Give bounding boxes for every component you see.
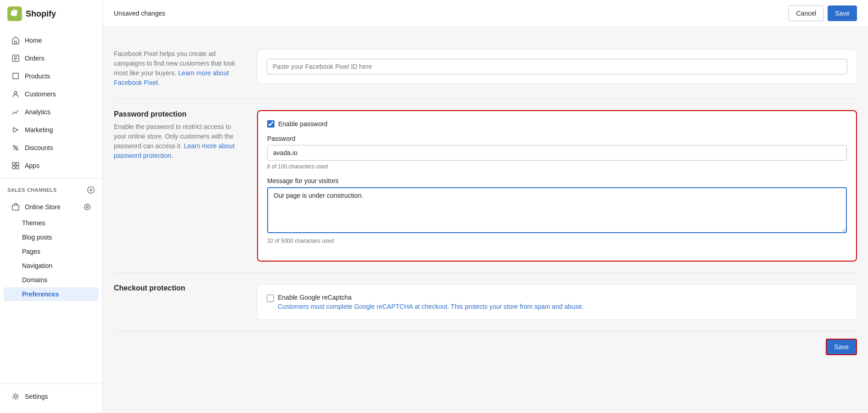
sidebar-item-home[interactable]: Home	[4, 32, 99, 49]
message-char-count: 32 of 5000 characters used	[267, 238, 847, 244]
svg-rect-6	[16, 162, 19, 165]
sidebar-settings-label: Settings	[25, 393, 48, 400]
sidebar-item-analytics-label: Analytics	[25, 108, 50, 116]
online-store-settings-icon[interactable]	[83, 203, 91, 211]
cancel-button[interactable]: Cancel	[788, 6, 824, 21]
enable-password-label[interactable]: Enable password	[278, 120, 327, 128]
sidebar-item-settings[interactable]: Settings	[4, 388, 99, 405]
sidebar-item-online-store[interactable]: Online Store	[4, 198, 99, 216]
password-protection-section: Password protection Enable the password …	[114, 99, 857, 273]
recaptcha-row: Enable Google reCaptcha Customers must c…	[267, 294, 847, 310]
recaptcha-desc: Customers must complete Google reCAPTCHA…	[278, 303, 584, 310]
facebook-pixel-input[interactable]	[267, 59, 847, 74]
facebook-pixel-right	[257, 49, 857, 88]
sidebar-item-products-label: Products	[25, 73, 50, 80]
checkout-protection-title: Checkout protection	[114, 284, 242, 292]
sidebar-item-orders-label: Orders	[25, 55, 45, 62]
sidebar-divider	[0, 178, 102, 179]
checkout-protection-left: Checkout protection	[114, 284, 242, 320]
sidebar-item-blog-posts[interactable]: Blog posts	[4, 230, 99, 244]
facebook-pixel-left: Facebook Pixel helps you create ad campa…	[114, 49, 242, 88]
apps-icon	[11, 161, 20, 170]
sidebar-item-home-label: Home	[25, 37, 42, 44]
enable-password-checkbox[interactable]	[267, 120, 274, 128]
online-store-icon	[11, 202, 20, 212]
logo-area[interactable]: Shopify	[0, 0, 102, 28]
sidebar-item-themes-label: Themes	[22, 219, 45, 227]
checkout-protection-card: Enable Google reCaptcha Customers must c…	[257, 284, 857, 320]
sidebar-item-orders[interactable]: Orders	[4, 50, 99, 67]
sidebar-item-domains-label: Domains	[22, 276, 47, 284]
add-sales-channel-icon[interactable]	[87, 186, 95, 194]
sidebar-item-themes[interactable]: Themes	[4, 216, 99, 230]
sidebar-item-pages-label: Pages	[22, 248, 40, 255]
save-button-bottom[interactable]: Save	[826, 339, 857, 355]
sidebar-item-navigation[interactable]: Navigation	[4, 259, 99, 273]
discounts-icon	[11, 143, 20, 152]
sidebar-item-products[interactable]: Products	[4, 67, 99, 85]
sidebar-item-analytics[interactable]: Analytics	[4, 103, 99, 121]
sidebar: Shopify Home Orders Products Customers A…	[0, 0, 103, 413]
main-nav: Home Orders Products Customers Analytics…	[0, 28, 102, 376]
facebook-pixel-desc: Facebook Pixel helps you create ad campa…	[114, 49, 242, 88]
sidebar-item-navigation-label: Navigation	[22, 262, 52, 269]
svg-rect-5	[12, 162, 15, 165]
orders-icon	[11, 54, 20, 63]
analytics-icon	[11, 107, 20, 117]
home-icon	[11, 36, 20, 45]
recaptcha-text: Enable Google reCaptcha Customers must c…	[278, 294, 584, 310]
save-button-top[interactable]: Save	[828, 6, 857, 21]
facebook-pixel-card	[257, 49, 857, 84]
settings-icon	[11, 392, 20, 401]
checkout-protection-right: Enable Google reCaptcha Customers must c…	[257, 284, 857, 320]
svg-point-12	[86, 206, 89, 208]
svg-point-11	[84, 204, 90, 210]
bottom-actions: Save	[114, 331, 857, 355]
message-field-label: Message for your visitors	[267, 177, 847, 184]
sidebar-item-blog-posts-label: Blog posts	[22, 234, 52, 241]
svg-point-3	[13, 145, 15, 147]
sidebar-item-customers[interactable]: Customers	[4, 85, 99, 103]
svg-rect-8	[16, 166, 19, 169]
checkout-protection-section: Checkout protection Enable Google reCapt…	[114, 273, 857, 331]
sidebar-item-apps[interactable]: Apps	[4, 157, 99, 174]
brand-name: Shopify	[26, 9, 56, 19]
password-field-label: Password	[267, 135, 847, 142]
sidebar-item-preferences[interactable]: Preferences	[4, 287, 99, 301]
top-bar-actions: Cancel Save	[788, 6, 857, 21]
enable-password-row: Enable password	[267, 120, 847, 128]
customers-icon	[11, 89, 20, 99]
enable-recaptcha-checkbox[interactable]	[267, 295, 274, 302]
sidebar-bottom-divider	[0, 384, 102, 384]
facebook-pixel-section: Facebook Pixel helps you create ad campa…	[114, 38, 857, 99]
sidebar-item-pages[interactable]: Pages	[4, 245, 99, 258]
shopify-logo-icon	[7, 6, 22, 21]
sidebar-item-apps-label: Apps	[25, 162, 39, 169]
sidebar-item-domains[interactable]: Domains	[4, 273, 99, 287]
page-body: Facebook Pixel helps you create ad campa…	[103, 27, 868, 413]
svg-rect-10	[12, 205, 19, 210]
sales-channels-header: SALES CHANNELS	[0, 182, 102, 198]
sidebar-item-marketing[interactable]: Marketing	[4, 121, 99, 139]
sidebar-item-marketing-label: Marketing	[25, 126, 53, 134]
sidebar-item-discounts[interactable]: Discounts	[4, 139, 99, 156]
password-protection-left: Password protection Enable the password …	[114, 110, 242, 262]
top-bar: Unsaved changes Cancel Save	[103, 0, 868, 27]
visitor-message-textarea[interactable]	[267, 187, 847, 233]
recaptcha-title: Enable Google reCaptcha	[278, 294, 584, 301]
sidebar-settings: Settings	[0, 376, 102, 413]
page-title: Unsaved changes	[114, 10, 165, 17]
online-store-label: Online Store	[25, 203, 61, 211]
svg-point-2	[14, 91, 17, 94]
password-protection-desc: Enable the password to restrict access t…	[114, 122, 242, 161]
svg-point-4	[16, 148, 18, 150]
sidebar-item-discounts-label: Discounts	[25, 144, 53, 151]
password-protection-title: Password protection	[114, 110, 242, 118]
main-content: Unsaved changes Cancel Save Facebook Pix…	[103, 0, 868, 413]
sidebar-item-customers-label: Customers	[25, 90, 56, 98]
products-icon	[11, 72, 20, 81]
password-protection-card: Enable password Password 8 of 100 charac…	[257, 110, 857, 262]
password-char-count: 8 of 100 characters used	[267, 163, 847, 170]
svg-rect-7	[12, 166, 15, 169]
password-input[interactable]	[267, 145, 847, 161]
